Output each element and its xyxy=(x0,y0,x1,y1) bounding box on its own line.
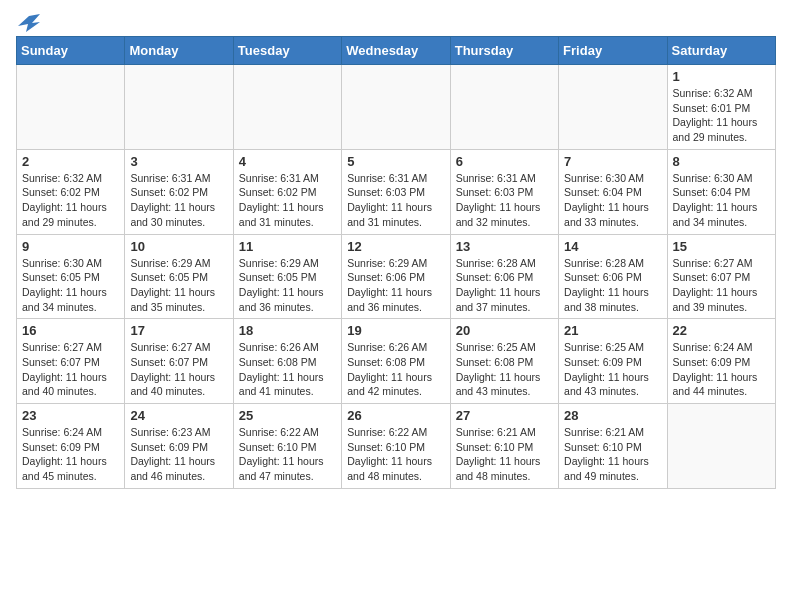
day-number: 17 xyxy=(130,323,227,338)
calendar-cell: 25Sunrise: 6:22 AM Sunset: 6:10 PM Dayli… xyxy=(233,404,341,489)
page-header xyxy=(16,16,776,28)
col-header-tuesday: Tuesday xyxy=(233,37,341,65)
calendar-cell: 26Sunrise: 6:22 AM Sunset: 6:10 PM Dayli… xyxy=(342,404,450,489)
calendar-cell xyxy=(667,404,775,489)
col-header-sunday: Sunday xyxy=(17,37,125,65)
col-header-monday: Monday xyxy=(125,37,233,65)
day-number: 14 xyxy=(564,239,661,254)
day-number: 8 xyxy=(673,154,770,169)
calendar-cell: 19Sunrise: 6:26 AM Sunset: 6:08 PM Dayli… xyxy=(342,319,450,404)
day-info: Sunrise: 6:21 AM Sunset: 6:10 PM Dayligh… xyxy=(564,425,661,484)
day-number: 11 xyxy=(239,239,336,254)
day-info: Sunrise: 6:23 AM Sunset: 6:09 PM Dayligh… xyxy=(130,425,227,484)
calendar-cell: 8Sunrise: 6:30 AM Sunset: 6:04 PM Daylig… xyxy=(667,149,775,234)
day-number: 24 xyxy=(130,408,227,423)
calendar-week-row: 1Sunrise: 6:32 AM Sunset: 6:01 PM Daylig… xyxy=(17,65,776,150)
day-number: 15 xyxy=(673,239,770,254)
calendar-cell: 14Sunrise: 6:28 AM Sunset: 6:06 PM Dayli… xyxy=(559,234,667,319)
calendar-cell: 18Sunrise: 6:26 AM Sunset: 6:08 PM Dayli… xyxy=(233,319,341,404)
calendar-cell: 22Sunrise: 6:24 AM Sunset: 6:09 PM Dayli… xyxy=(667,319,775,404)
calendar-cell: 7Sunrise: 6:30 AM Sunset: 6:04 PM Daylig… xyxy=(559,149,667,234)
day-number: 23 xyxy=(22,408,119,423)
calendar-cell xyxy=(233,65,341,150)
calendar-cell: 4Sunrise: 6:31 AM Sunset: 6:02 PM Daylig… xyxy=(233,149,341,234)
calendar-cell xyxy=(450,65,558,150)
day-info: Sunrise: 6:25 AM Sunset: 6:08 PM Dayligh… xyxy=(456,340,553,399)
day-info: Sunrise: 6:29 AM Sunset: 6:06 PM Dayligh… xyxy=(347,256,444,315)
calendar-cell xyxy=(559,65,667,150)
calendar-header-row: SundayMondayTuesdayWednesdayThursdayFrid… xyxy=(17,37,776,65)
day-info: Sunrise: 6:31 AM Sunset: 6:02 PM Dayligh… xyxy=(239,171,336,230)
calendar-cell: 13Sunrise: 6:28 AM Sunset: 6:06 PM Dayli… xyxy=(450,234,558,319)
col-header-friday: Friday xyxy=(559,37,667,65)
day-number: 20 xyxy=(456,323,553,338)
day-info: Sunrise: 6:29 AM Sunset: 6:05 PM Dayligh… xyxy=(130,256,227,315)
day-number: 16 xyxy=(22,323,119,338)
calendar-cell: 1Sunrise: 6:32 AM Sunset: 6:01 PM Daylig… xyxy=(667,65,775,150)
day-number: 19 xyxy=(347,323,444,338)
day-number: 18 xyxy=(239,323,336,338)
day-info: Sunrise: 6:31 AM Sunset: 6:03 PM Dayligh… xyxy=(347,171,444,230)
calendar-cell: 24Sunrise: 6:23 AM Sunset: 6:09 PM Dayli… xyxy=(125,404,233,489)
calendar-cell: 3Sunrise: 6:31 AM Sunset: 6:02 PM Daylig… xyxy=(125,149,233,234)
day-number: 10 xyxy=(130,239,227,254)
calendar-cell: 6Sunrise: 6:31 AM Sunset: 6:03 PM Daylig… xyxy=(450,149,558,234)
calendar-week-row: 23Sunrise: 6:24 AM Sunset: 6:09 PM Dayli… xyxy=(17,404,776,489)
day-info: Sunrise: 6:28 AM Sunset: 6:06 PM Dayligh… xyxy=(564,256,661,315)
day-info: Sunrise: 6:26 AM Sunset: 6:08 PM Dayligh… xyxy=(347,340,444,399)
day-number: 9 xyxy=(22,239,119,254)
col-header-saturday: Saturday xyxy=(667,37,775,65)
calendar-cell: 16Sunrise: 6:27 AM Sunset: 6:07 PM Dayli… xyxy=(17,319,125,404)
logo-bird-icon xyxy=(18,14,40,32)
calendar-cell: 2Sunrise: 6:32 AM Sunset: 6:02 PM Daylig… xyxy=(17,149,125,234)
calendar-cell: 23Sunrise: 6:24 AM Sunset: 6:09 PM Dayli… xyxy=(17,404,125,489)
day-number: 21 xyxy=(564,323,661,338)
day-info: Sunrise: 6:22 AM Sunset: 6:10 PM Dayligh… xyxy=(347,425,444,484)
calendar-cell: 10Sunrise: 6:29 AM Sunset: 6:05 PM Dayli… xyxy=(125,234,233,319)
calendar-week-row: 9Sunrise: 6:30 AM Sunset: 6:05 PM Daylig… xyxy=(17,234,776,319)
logo xyxy=(16,16,40,28)
calendar-cell: 11Sunrise: 6:29 AM Sunset: 6:05 PM Dayli… xyxy=(233,234,341,319)
day-info: Sunrise: 6:27 AM Sunset: 6:07 PM Dayligh… xyxy=(673,256,770,315)
day-number: 26 xyxy=(347,408,444,423)
calendar-cell: 17Sunrise: 6:27 AM Sunset: 6:07 PM Dayli… xyxy=(125,319,233,404)
calendar-table: SundayMondayTuesdayWednesdayThursdayFrid… xyxy=(16,36,776,489)
day-number: 5 xyxy=(347,154,444,169)
col-header-thursday: Thursday xyxy=(450,37,558,65)
day-info: Sunrise: 6:32 AM Sunset: 6:01 PM Dayligh… xyxy=(673,86,770,145)
calendar-cell xyxy=(342,65,450,150)
day-info: Sunrise: 6:30 AM Sunset: 6:04 PM Dayligh… xyxy=(673,171,770,230)
day-info: Sunrise: 6:30 AM Sunset: 6:04 PM Dayligh… xyxy=(564,171,661,230)
col-header-wednesday: Wednesday xyxy=(342,37,450,65)
day-number: 3 xyxy=(130,154,227,169)
day-info: Sunrise: 6:28 AM Sunset: 6:06 PM Dayligh… xyxy=(456,256,553,315)
day-number: 7 xyxy=(564,154,661,169)
day-info: Sunrise: 6:27 AM Sunset: 6:07 PM Dayligh… xyxy=(22,340,119,399)
calendar-cell xyxy=(17,65,125,150)
day-number: 13 xyxy=(456,239,553,254)
day-number: 1 xyxy=(673,69,770,84)
calendar-cell: 5Sunrise: 6:31 AM Sunset: 6:03 PM Daylig… xyxy=(342,149,450,234)
day-info: Sunrise: 6:21 AM Sunset: 6:10 PM Dayligh… xyxy=(456,425,553,484)
calendar-cell: 15Sunrise: 6:27 AM Sunset: 6:07 PM Dayli… xyxy=(667,234,775,319)
day-info: Sunrise: 6:32 AM Sunset: 6:02 PM Dayligh… xyxy=(22,171,119,230)
day-info: Sunrise: 6:26 AM Sunset: 6:08 PM Dayligh… xyxy=(239,340,336,399)
day-info: Sunrise: 6:27 AM Sunset: 6:07 PM Dayligh… xyxy=(130,340,227,399)
day-info: Sunrise: 6:24 AM Sunset: 6:09 PM Dayligh… xyxy=(22,425,119,484)
calendar-week-row: 16Sunrise: 6:27 AM Sunset: 6:07 PM Dayli… xyxy=(17,319,776,404)
day-info: Sunrise: 6:31 AM Sunset: 6:03 PM Dayligh… xyxy=(456,171,553,230)
calendar-cell xyxy=(125,65,233,150)
calendar-cell: 21Sunrise: 6:25 AM Sunset: 6:09 PM Dayli… xyxy=(559,319,667,404)
calendar-cell: 28Sunrise: 6:21 AM Sunset: 6:10 PM Dayli… xyxy=(559,404,667,489)
day-number: 22 xyxy=(673,323,770,338)
svg-marker-0 xyxy=(18,14,40,32)
calendar-week-row: 2Sunrise: 6:32 AM Sunset: 6:02 PM Daylig… xyxy=(17,149,776,234)
day-info: Sunrise: 6:29 AM Sunset: 6:05 PM Dayligh… xyxy=(239,256,336,315)
day-info: Sunrise: 6:31 AM Sunset: 6:02 PM Dayligh… xyxy=(130,171,227,230)
day-number: 27 xyxy=(456,408,553,423)
day-number: 25 xyxy=(239,408,336,423)
day-number: 6 xyxy=(456,154,553,169)
calendar-cell: 20Sunrise: 6:25 AM Sunset: 6:08 PM Dayli… xyxy=(450,319,558,404)
day-number: 28 xyxy=(564,408,661,423)
day-number: 12 xyxy=(347,239,444,254)
